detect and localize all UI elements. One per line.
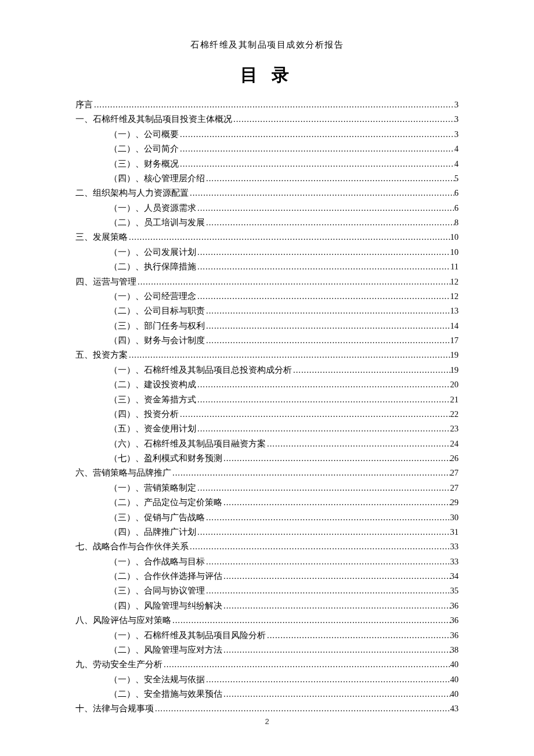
toc-entry-page: 3 [454, 112, 459, 127]
toc-leader-dots [93, 98, 454, 112]
toc-entry-label: （三）、资金筹措方式 [109, 393, 196, 407]
toc-leader-dots [128, 230, 450, 244]
toc-entry[interactable]: 七、战略合作与合作伙伴关系33 [75, 539, 459, 554]
toc-entry[interactable]: （四）、投资分析22 [75, 407, 459, 422]
toc-leader-dots [222, 687, 450, 701]
toc-entry-label: （一）、石棉纤维及其制品项目风险分析 [109, 628, 266, 643]
toc-entry[interactable]: （三）、部门任务与权利14 [75, 319, 459, 333]
toc-entry[interactable]: （三）、财务概况4 [75, 157, 459, 171]
toc-entry[interactable]: （二）、合作伙伴选择与评估34 [75, 569, 459, 584]
toc-leader-dots [222, 451, 450, 466]
toc-entry[interactable]: 序言3 [75, 98, 459, 112]
toc-entry[interactable]: （二）、公司目标与职责13 [75, 304, 459, 318]
toc-entry-page: 21 [450, 393, 459, 407]
toc-entry-label: （三）、合同与协议管理 [109, 584, 205, 598]
toc-entry[interactable]: 一、石棉纤维及其制品项目投资主体概况3 [75, 112, 459, 127]
toc-entry-label: 三、发展策略 [75, 230, 128, 244]
toc-entry-page: 17 [450, 333, 459, 348]
toc-entry-label: （一）、石棉纤维及其制品项目总投资构成分析 [109, 363, 292, 377]
toc-entry[interactable]: 三、发展策略10 [75, 230, 459, 244]
page-number: 2 [0, 717, 534, 726]
toc-entry[interactable]: （二）、风险管理与应对方法38 [75, 643, 459, 657]
toc-leader-dots [196, 377, 450, 392]
toc-entry[interactable]: （三）、合同与协议管理35 [75, 584, 459, 598]
toc-entry-page: 40 [450, 657, 459, 672]
toc-entry-label: 五、投资方案 [75, 348, 128, 362]
toc-entry-label: （四）、核心管理层介绍 [109, 171, 205, 186]
toc-entry[interactable]: （一）、公司发展计划10 [75, 245, 459, 260]
toc-entry-page: 27 [450, 466, 459, 480]
toc-entry-label: 二、组织架构与人力资源配置 [75, 186, 189, 200]
toc-entry-page: 30 [450, 510, 459, 525]
toc-entry[interactable]: （四）、核心管理层介绍5 [75, 171, 459, 186]
toc-entry-page: 24 [450, 437, 459, 451]
toc-entry[interactable]: （一）、安全法规与依据40 [75, 672, 459, 687]
toc-entry-page: 8 [454, 215, 459, 230]
toc-entry[interactable]: 八、风险评估与应对策略36 [75, 613, 459, 628]
toc-entry-page: 14 [450, 319, 459, 333]
toc-entry-page: 22 [450, 407, 459, 422]
toc-entry[interactable]: （一）、石棉纤维及其制品项目总投资构成分析19 [75, 363, 459, 377]
toc-entry[interactable]: 六、营销策略与品牌推广27 [75, 466, 459, 480]
document-page: 石棉纤维及其制品项目成效分析报告 目 录 序言3一、石棉纤维及其制品项目投资主体… [0, 0, 534, 740]
toc-entry[interactable]: 五、投资方案19 [75, 348, 459, 362]
toc-entry[interactable]: （一）、人员资源需求6 [75, 201, 459, 215]
toc-leader-dots [205, 171, 454, 186]
toc-entry[interactable]: （四）、品牌推广计划31 [75, 525, 459, 539]
toc-entry[interactable]: （二）、产品定位与定价策略29 [75, 495, 459, 510]
toc-entry[interactable]: （二）、员工培训与发展8 [75, 215, 459, 230]
toc-entry-page: 11 [450, 260, 459, 274]
toc-entry-page: 40 [450, 687, 459, 701]
toc-entry[interactable]: （一）、营销策略制定27 [75, 481, 459, 495]
toc-entry-page: 4 [454, 142, 459, 156]
toc-entry-page: 40 [450, 672, 459, 687]
toc-entry-page: 12 [450, 289, 459, 304]
toc-entry-page: 6 [454, 186, 459, 200]
toc-entry-label: 六、营销策略与品牌推广 [75, 466, 171, 480]
toc-entry-page: 36 [450, 613, 459, 628]
toc-entry-page: 10 [450, 245, 459, 260]
toc-title: 目 录 [75, 63, 459, 87]
toc-entry[interactable]: （七）、盈利模式和财务预测26 [75, 451, 459, 466]
toc-leader-dots [196, 260, 450, 274]
toc-entry-label: （一）、公司概要 [109, 127, 179, 142]
toc-entry-page: 12 [450, 275, 459, 289]
toc-entry-label: 序言 [75, 98, 93, 112]
toc-leader-dots [292, 363, 450, 377]
toc-entry[interactable]: （四）、财务与会计制度17 [75, 333, 459, 348]
toc-entry[interactable]: （一）、公司经营理念12 [75, 289, 459, 304]
toc-leader-dots [222, 569, 450, 584]
toc-entry[interactable]: （四）、风险管理与纠纷解决36 [75, 599, 459, 613]
toc-entry[interactable]: （一）、公司概要3 [75, 127, 459, 142]
toc-entry[interactable]: （二）、安全措施与效果预估40 [75, 687, 459, 701]
toc-entry[interactable]: 九、劳动安全生产分析40 [75, 657, 459, 672]
toc-entry[interactable]: （一）、合作战略与目标33 [75, 555, 459, 569]
toc-entry-label: （一）、公司经营理念 [109, 289, 196, 304]
toc-entry-page: 26 [450, 451, 459, 466]
toc-leader-dots [205, 510, 450, 525]
toc-entry[interactable]: （三）、促销与广告战略30 [75, 510, 459, 525]
toc-leader-dots [196, 289, 450, 304]
toc-entry-label: （三）、部门任务与权利 [109, 319, 205, 333]
toc-entry-page: 36 [450, 628, 459, 643]
toc-entry[interactable]: （二）、公司简介4 [75, 142, 459, 156]
toc-entry[interactable]: 十、法律与合规事项43 [75, 701, 459, 716]
toc-leader-dots [128, 348, 450, 362]
toc-entry[interactable]: （六）、石棉纤维及其制品项目融资方案24 [75, 437, 459, 451]
toc-leader-dots [196, 422, 450, 436]
toc-leader-dots [179, 127, 454, 142]
toc-entry-page: 19 [450, 363, 459, 377]
toc-entry-label: （四）、财务与会计制度 [109, 333, 205, 348]
toc-entry[interactable]: （五）、资金使用计划23 [75, 422, 459, 436]
toc-entry[interactable]: （二）、执行保障措施11 [75, 260, 459, 274]
toc-leader-dots [179, 142, 454, 156]
toc-entry[interactable]: （一）、石棉纤维及其制品项目风险分析36 [75, 628, 459, 643]
toc-entry-label: （二）、员工培训与发展 [109, 215, 205, 230]
toc-entry[interactable]: 四、运营与管理12 [75, 275, 459, 289]
toc-entry-page: 6 [454, 201, 459, 215]
toc-entry[interactable]: 二、组织架构与人力资源配置6 [75, 186, 459, 200]
toc-leader-dots [171, 613, 450, 628]
toc-entry[interactable]: （三）、资金筹措方式21 [75, 393, 459, 407]
toc-entry[interactable]: （二）、建设投资构成20 [75, 377, 459, 392]
toc-entry-page: 20 [450, 377, 459, 392]
